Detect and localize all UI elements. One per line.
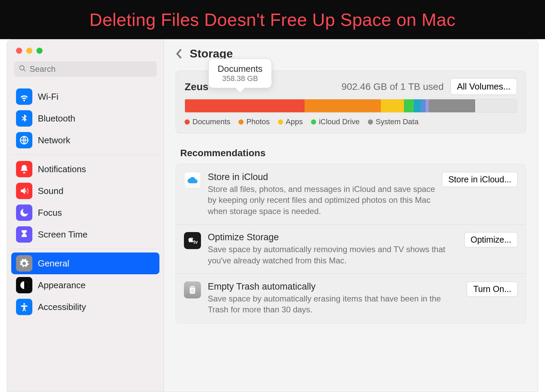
sidebar-item-general[interactable]: General — [11, 252, 159, 274]
storage-segment[interactable] — [381, 99, 404, 112]
legend-label: Apps — [286, 117, 303, 126]
optimize-button[interactable]: Optimize... — [464, 232, 518, 247]
bluetooth-icon — [16, 110, 32, 127]
settings-window: Wi-Fi Bluetooth Network Notifications — [7, 39, 538, 392]
sidebar-item-label: General — [38, 258, 69, 269]
recommendation-item: tv Optimize Storage Save space by automa… — [176, 225, 526, 274]
volume-usage: 902.46 GB of 1 TB used — [342, 81, 444, 92]
back-button[interactable] — [175, 48, 182, 59]
sidebar-item-label: Focus — [38, 208, 62, 218]
sidebar-item-accessibility[interactable]: Accessibility — [11, 296, 159, 318]
storage-segment[interactable] — [404, 99, 414, 112]
search-wrap — [7, 61, 164, 82]
minimize-icon[interactable] — [26, 48, 32, 54]
legend-item: System Data — [368, 117, 419, 126]
close-icon[interactable] — [16, 48, 22, 54]
sidebar-item-label: Notifications — [38, 164, 86, 175]
sidebar-item-label: Appearance — [38, 280, 85, 291]
storage-panel: Documents 358.38 GB Zeus 902.46 GB of 1 … — [175, 70, 526, 133]
legend-item: Photos — [238, 117, 270, 126]
banner-title: Deleting Files Doesn't Free Up Space on … — [90, 10, 456, 30]
storage-bar[interactable] — [185, 99, 517, 113]
sidebar-item-label: Wi-Fi — [38, 92, 59, 102]
legend-dot-icon — [278, 119, 283, 125]
window-controls — [7, 46, 164, 61]
legend-label: iCloud Drive — [319, 117, 360, 126]
legend-dot-icon — [368, 119, 373, 125]
sidebar-item-sound[interactable]: Sound — [11, 180, 159, 202]
storage-segment[interactable] — [475, 99, 517, 112]
zoom-icon[interactable] — [36, 48, 43, 54]
turn-on-button[interactable]: Turn On... — [467, 281, 518, 297]
sidebar-item-label: Bluetooth — [38, 113, 75, 124]
storage-segment[interactable] — [429, 99, 475, 112]
hourglass-icon — [16, 226, 32, 243]
store-in-icloud-button[interactable]: Store in iCloud... — [442, 172, 518, 187]
recommendation-item: Empty Trash automatically Save space by … — [176, 274, 526, 323]
sidebar-item-appearance[interactable]: Appearance — [11, 274, 159, 296]
storage-segment[interactable] — [421, 99, 426, 112]
recommendations-panel: Store in iCloud Store all files, photos,… — [175, 164, 526, 323]
recommendation-desc: Save space by automatically erasing item… — [208, 293, 460, 315]
recommendation-title: Empty Trash automatically — [208, 281, 460, 292]
tooltip-subtitle: 358.38 GB — [218, 74, 263, 83]
recommendation-title: Store in iCloud — [208, 172, 435, 182]
sidebar-item-label: Network — [38, 135, 70, 146]
storage-legend: DocumentsPhotosAppsiCloud DriveSystem Da… — [185, 117, 517, 126]
sidebar-item-notifications[interactable]: Notifications — [11, 158, 159, 180]
main-content: Storage Documents 358.38 GB Zeus 902.46 … — [164, 39, 538, 392]
icloud-icon — [184, 172, 201, 189]
legend-item: iCloud Drive — [311, 117, 360, 126]
moon-icon — [16, 205, 32, 221]
legend-label: System Data — [376, 117, 419, 126]
search-field[interactable] — [14, 61, 157, 77]
sidebar-list: Wi-Fi Bluetooth Network Notifications — [7, 82, 164, 392]
tooltip-title: Documents — [218, 64, 263, 74]
svg-text:tv: tv — [193, 239, 198, 245]
storage-segment[interactable] — [305, 99, 381, 112]
search-icon — [19, 65, 26, 74]
banner: Deleting Files Doesn't Free Up Space on … — [0, 0, 545, 39]
sidebar-item-screentime[interactable]: Screen Time — [11, 224, 159, 245]
svg-point-2 — [24, 303, 25, 305]
recommendation-item: Store in iCloud Store all files, photos,… — [176, 164, 526, 225]
recommendation-desc: Save space by automatically removing mov… — [208, 244, 457, 266]
all-volumes-button[interactable]: All Volumes... — [450, 78, 517, 95]
recommendation-title: Optimize Storage — [208, 232, 457, 243]
legend-dot-icon — [311, 119, 316, 125]
storage-segment[interactable] — [185, 99, 305, 112]
sidebar-item-label: Sound — [38, 186, 63, 196]
sidebar-item-network[interactable]: Network — [11, 129, 159, 151]
legend-dot-icon — [185, 119, 190, 125]
speaker-icon — [16, 183, 32, 199]
legend-label: Photos — [246, 117, 270, 126]
legend-label: Documents — [192, 117, 230, 126]
gear-icon — [16, 255, 32, 272]
sidebar: Wi-Fi Bluetooth Network Notifications — [7, 39, 164, 392]
legend-item: Documents — [185, 117, 230, 126]
sidebar-item-label: Screen Time — [38, 229, 88, 240]
sidebar-item-label: Accessibility — [38, 302, 86, 312]
trash-icon — [184, 281, 201, 298]
sidebar-item-focus[interactable]: Focus — [11, 202, 159, 224]
accessibility-icon — [16, 299, 32, 315]
recommendation-desc: Store all files, photos, and messages in… — [208, 184, 435, 217]
globe-icon — [16, 132, 32, 148]
sidebar-item-bluetooth[interactable]: Bluetooth — [11, 108, 159, 129]
bell-icon — [16, 161, 32, 177]
search-input[interactable] — [30, 64, 152, 74]
appletv-icon: tv — [184, 232, 201, 249]
sidebar-item-wifi[interactable]: Wi-Fi — [11, 86, 159, 108]
wifi-icon — [16, 88, 32, 105]
storage-tooltip: Documents 358.38 GB — [208, 59, 272, 88]
legend-item: Apps — [278, 117, 303, 126]
storage-segment[interactable] — [425, 99, 429, 112]
legend-dot-icon — [238, 119, 244, 125]
contrast-icon — [16, 277, 32, 293]
storage-segment[interactable] — [414, 99, 420, 112]
recommendations-heading: Recommendations — [180, 148, 526, 159]
